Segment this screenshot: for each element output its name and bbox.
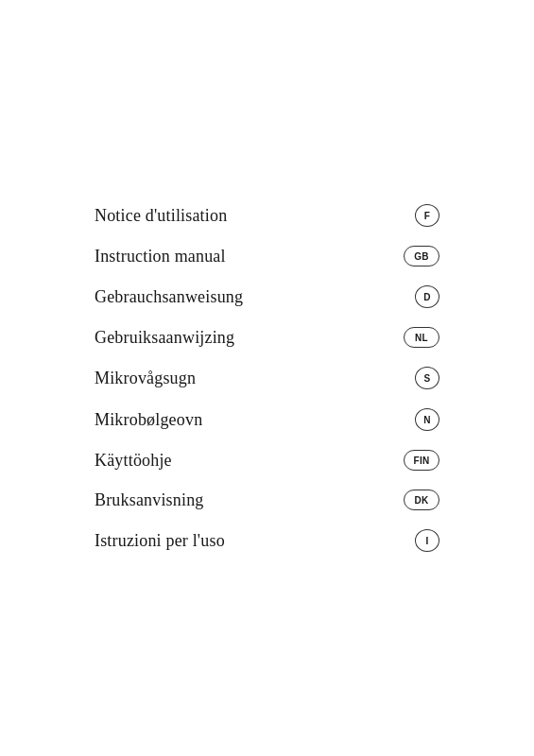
menu-item-label: Käyttöohje [95,451,172,471]
menu-item-label: Notice d'utilisation [95,206,227,226]
menu-item: KäyttöohjeFIN [95,440,439,480]
menu-item-label: Mikrovågsugn [95,369,196,388]
menu-item-badge: GB [404,246,439,266]
menu-item-label: Gebrauchsanweisung [95,287,243,307]
menu-item: GebruiksaanwijzingNL [95,318,439,357]
menu-item-badge: I [415,529,439,552]
menu-item-label: Mikrobølgeovn [95,410,202,430]
menu-item: BruksanvisningDK [95,480,439,520]
menu-item: GebrauchsanweisungD [95,276,439,318]
menu-list: Notice d'utilisationFInstruction manualG… [95,195,439,561]
menu-item-label: Gebruiksaanwijzing [95,328,234,348]
menu-item: MikrobølgeovnN [95,399,439,440]
menu-item-label: Istruzioni per l'uso [95,531,225,551]
menu-item-badge: N [415,408,439,431]
menu-item: MikrovågsugnS [95,357,439,399]
menu-item-badge: DK [404,490,439,510]
menu-item-badge: NL [404,327,439,348]
menu-item-label: Bruksanvisning [95,490,204,510]
menu-item-label: Instruction manual [95,247,226,266]
menu-item: Instruction manualGB [95,236,439,276]
menu-item: Notice d'utilisationF [95,195,439,236]
menu-item: Istruzioni per l'usoI [95,520,439,561]
menu-item-badge: F [415,204,439,227]
menu-item-badge: D [415,285,439,308]
menu-item-badge: FIN [404,450,439,471]
page-container: Notice d'utilisationFInstruction manualG… [0,0,534,756]
menu-item-badge: S [415,367,439,389]
